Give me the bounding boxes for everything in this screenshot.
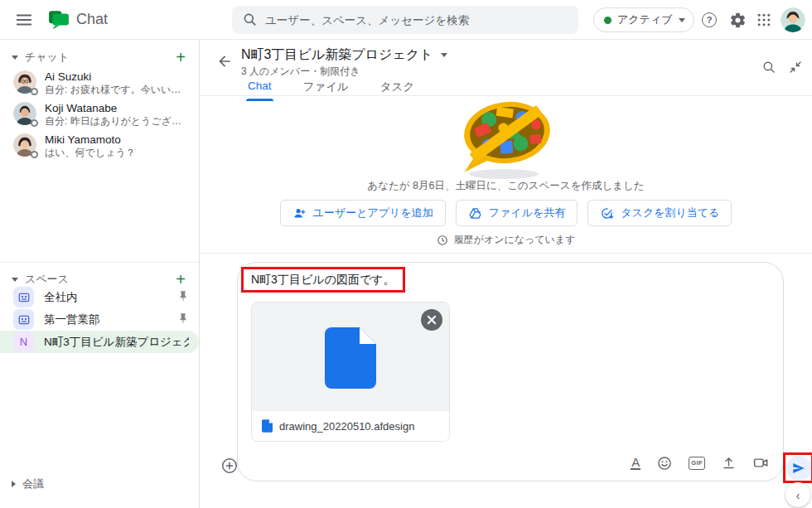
google-chat-logo-icon	[48, 9, 70, 31]
create-space-button[interactable]: +	[176, 271, 186, 288]
video-camera-icon	[752, 454, 770, 472]
drive-icon	[468, 206, 482, 220]
search-in-space-button[interactable]	[761, 60, 776, 78]
room-title-menu[interactable]: N町3丁目ビル新築プロジェクト	[241, 46, 447, 64]
compose-region: N町3丁目ビルの図面です。 drawing_20220510.a	[200, 253, 812, 508]
space-name: N町3丁目ビル新築プロジェクト	[44, 335, 189, 350]
composed-message-text[interactable]: N町3丁目ビルの図面です。	[251, 273, 395, 286]
person-add-icon	[292, 206, 307, 220]
back-arrow-icon	[216, 53, 233, 70]
video-meeting-button[interactable]	[752, 454, 770, 472]
button-label: ファイルを共有	[489, 206, 566, 220]
emoji-icon	[656, 455, 673, 472]
space-icon	[13, 287, 34, 307]
button-label: ユーザーとアプリを追加	[313, 206, 433, 220]
main-menu-icon[interactable]	[15, 11, 33, 29]
chat-name: Miki Yamamoto	[45, 133, 136, 147]
account-avatar[interactable]	[781, 7, 805, 32]
annotation-box-send	[783, 452, 812, 483]
status-selector[interactable]: アクティブ	[593, 7, 694, 32]
pin-icon[interactable]	[177, 312, 189, 327]
help-icon: ?	[702, 12, 717, 27]
format-icon: A	[631, 456, 640, 470]
gif-button[interactable]: GIF	[689, 457, 705, 470]
plus-circle-icon	[220, 457, 239, 475]
avatar-koji-watanabe	[13, 102, 36, 125]
chat-section-label: チャット	[25, 50, 69, 65]
search-icon	[761, 60, 776, 75]
add-attachment-button[interactable]	[220, 457, 239, 478]
settings-button[interactable]	[728, 11, 747, 29]
apps-grid-button[interactable]	[755, 11, 773, 29]
compress-icon	[788, 60, 803, 75]
space-created-message: あなたが 8月6日、土曜日に、このスペースを作成しました	[200, 179, 812, 193]
new-chat-button[interactable]: +	[176, 49, 186, 65]
history-status: 履歴がオンになっています	[200, 233, 812, 247]
room-subtitle: 3 人のメンバー・制限付き	[241, 65, 360, 79]
chat-preview: はい、何でしょう？	[45, 147, 136, 159]
chat-name: Ai Suzuki	[45, 70, 191, 84]
topbar: Chat アクティブ ?	[0, 0, 812, 40]
attachment-footer: drawing_20220510.afdesign	[252, 411, 449, 441]
back-button[interactable]	[216, 53, 233, 73]
annotation-box-message: N町3丁目ビルの図面です。	[241, 267, 405, 293]
attachment-card[interactable]: drawing_20220510.afdesign	[251, 302, 450, 442]
avatar-miki-yamamoto	[13, 133, 36, 157]
quick-actions: ユーザーとアプリを追加 ファイルを共有 タスクを割り当てる	[200, 200, 812, 226]
attachment-filename: drawing_20220510.afdesign	[279, 420, 414, 433]
close-icon	[421, 309, 442, 331]
history-clock-icon	[437, 235, 448, 246]
chat-item-miki-yamamoto[interactable]: Miki Yamamoto はい、何でしょう？	[0, 131, 199, 164]
pin-icon[interactable]	[177, 290, 189, 305]
history-status-label: 履歴がオンになっています	[454, 233, 576, 247]
help-button[interactable]: ?	[700, 11, 718, 29]
send-button[interactable]	[786, 456, 811, 481]
chat-item-ai-suzuki[interactable]: Ai Suzuki 自分: お疲れ様です。今いいですか？	[0, 68, 199, 101]
upload-icon	[721, 455, 737, 471]
chat-section-header[interactable]: チャット +	[0, 45, 199, 70]
tabs-divider	[200, 95, 812, 96]
chat-item-koji-watanabe[interactable]: Koji Watanabe 自分: 昨日はありがとうございました…	[0, 99, 199, 133]
upload-button[interactable]	[721, 455, 737, 471]
space-item-zenshanai[interactable]: 全社内	[0, 286, 199, 308]
gear-icon	[729, 12, 747, 29]
add-users-apps-button[interactable]: ユーザーとアプリを追加	[280, 200, 446, 226]
avatar-ai-suzuki	[13, 70, 36, 94]
meet-section-header[interactable]: 会議	[0, 472, 199, 496]
task-add-icon	[600, 206, 614, 220]
space-item-n-machi-project[interactable]: N N町3丁目ビル新築プロジェクト	[0, 331, 199, 353]
global-search[interactable]	[232, 6, 578, 34]
meet-section-label: 会議	[22, 477, 44, 491]
search-input[interactable]	[265, 6, 572, 34]
expand-meet-icon	[12, 481, 16, 487]
collapse-panel-button[interactable]	[788, 60, 803, 78]
expand-side-panel-button[interactable]: ‹	[785, 482, 810, 507]
chevron-down-icon	[441, 53, 447, 57]
format-button[interactable]: A	[631, 456, 640, 470]
presence-indicator	[31, 151, 38, 158]
chat-name: Koji Watanabe	[45, 102, 191, 115]
app-title: Chat	[76, 11, 108, 28]
assign-task-button[interactable]: タスクを割り当てる	[587, 200, 732, 226]
compose-toolbar: A GIF	[631, 454, 770, 472]
google-chat-window: Chat アクティブ ?	[0, 0, 812, 508]
space-item-daiichi-eigyobu[interactable]: 第一営業部	[0, 308, 199, 331]
status-label: アクティブ	[617, 12, 673, 27]
sidebar-divider	[0, 262, 199, 263]
chevron-left-icon: ‹	[796, 488, 800, 502]
remove-attachment-button[interactable]	[421, 309, 442, 331]
new-space-illustration	[200, 98, 812, 184]
share-file-button[interactable]: ファイルを共有	[456, 200, 578, 226]
file-icon	[325, 327, 376, 389]
chat-preview: 自分: 昨日はありがとうございました…	[45, 115, 191, 128]
message-composer[interactable]: N町3丁目ビルの図面です。 drawing_20220510.a	[237, 262, 784, 481]
conversation-panel: N町3丁目ビル新築プロジェクト 3 人のメンバー・制限付き Chat ファイル …	[199, 40, 812, 508]
space-initial-icon: N	[13, 331, 34, 352]
emoji-button[interactable]	[656, 455, 673, 472]
space-icon	[13, 309, 34, 330]
sidebar: チャット + Ai Suzuki 自分: お疲れ様です。今いいですか？	[0, 40, 199, 508]
presence-indicator	[31, 119, 38, 127]
room-title: N町3丁目ビル新築プロジェクト	[241, 46, 433, 64]
chevron-down-icon	[679, 18, 685, 22]
gif-icon: GIF	[689, 457, 705, 470]
